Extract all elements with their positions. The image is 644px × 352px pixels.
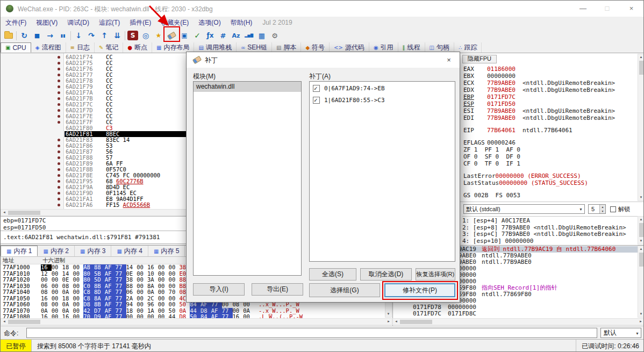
windows-icon[interactable]: ▣: [178, 30, 191, 41]
breakpoint-dot[interactable]: [58, 121, 60, 124]
breakpoint-dot[interactable]: [58, 198, 60, 200]
register-row-lasterror[interactable]: LastError00000000 (ERROR_SUCCESS): [463, 173, 615, 179]
step-over-icon[interactable]: ↷: [85, 30, 98, 41]
tab-log[interactable]: ≡日志: [66, 42, 95, 53]
menu-item-file[interactable]: 文件(F): [1, 17, 31, 28]
breakpoint-dot[interactable]: [58, 204, 60, 206]
register-row-ecx[interactable]: ECX77B9ABE0<ntdll.DbgUiRemoteBreakin>: [463, 80, 615, 87]
export-button[interactable]: 导出(E): [252, 283, 303, 296]
scroll-arrow-icon[interactable]: ▼: [638, 195, 644, 200]
scroll-arrow-icon[interactable]: ◄: [393, 319, 399, 325]
breakpoint-dot[interactable]: [58, 156, 60, 159]
favourites-icon[interactable]: ★: [152, 30, 165, 41]
scroll-thumb[interactable]: [639, 61, 643, 75]
register-row-esi[interactable]: ESI77B9ABE0<ntdll.DbgUiRemoteBreakin>: [463, 107, 615, 114]
dialog-title-bar[interactable]: 补丁 ×: [187, 52, 460, 68]
scroll-thumb[interactable]: [639, 223, 643, 237]
dump-hscroll[interactable]: ◄►: [1, 318, 392, 325]
register-row-ebx[interactable]: EBX00000000: [463, 73, 615, 80]
scroll-arrow-icon[interactable]: ▲: [638, 217, 644, 222]
breakpoint-dot[interactable]: [58, 74, 60, 76]
register-row-ebp[interactable]: EBP0171FD7C: [463, 94, 615, 100]
label-icon[interactable]: Az: [230, 30, 242, 41]
calling-convention-select[interactable]: 默认 (stdcall) ▼: [463, 204, 585, 214]
stack-vscroll[interactable]: ▲▼: [638, 246, 644, 318]
breakpoint-dot[interactable]: [58, 139, 60, 141]
tab-notes[interactable]: ✎笔记: [95, 42, 123, 53]
unlock-checkbox[interactable]: 解锁: [610, 205, 630, 213]
patch-checkbox[interactable]: [313, 97, 320, 104]
breakpoint-dot[interactable]: [58, 168, 60, 171]
scroll-thumb[interactable]: [8, 320, 40, 324]
tab-graph[interactable]: ◈流程图: [31, 42, 66, 53]
scroll-arrow-icon[interactable]: ▼: [638, 238, 644, 244]
fx-icon[interactable]: ƒx: [204, 30, 217, 41]
run-till-return-icon[interactable]: ↑: [98, 30, 111, 41]
breakpoint-dot[interactable]: [58, 174, 60, 177]
patch-file-button[interactable]: 修补文件(P): [384, 283, 455, 297]
breakpoint-dot[interactable]: [58, 186, 60, 189]
restart-icon[interactable]: ↻: [18, 30, 31, 41]
argument-count-spinner[interactable]: 5 ▲▼: [588, 204, 606, 214]
address-link[interactable]: ACD5566B: [123, 202, 151, 208]
scroll-arrow-icon[interactable]: ▲: [638, 246, 644, 252]
register-row-eflags[interactable]: EFLAGS00000246: [463, 139, 615, 146]
patch-list-item[interactable]: 0|6A7F1AD9:74->EB: [310, 83, 455, 94]
dump-tab-4[interactable]: ▦内存 4: [111, 246, 148, 256]
stack-row[interactable]: 0171FD7C0171FD8C: [393, 311, 644, 317]
breakpoint-dot[interactable]: [58, 180, 60, 183]
breakpoint-dot[interactable]: [58, 91, 60, 94]
dump-tab-1[interactable]: ▦内存 1: [1, 246, 38, 256]
scroll-arrow-icon[interactable]: ►: [385, 319, 392, 325]
scroll-arrow-icon[interactable]: ▲: [638, 54, 644, 60]
register-row-esp[interactable]: ESP0171FD50: [463, 100, 615, 107]
deselect-all-button[interactable]: 取消全选(D): [360, 268, 412, 281]
register-row-eip[interactable]: EIP77B64061ntdll.77B64061: [463, 127, 615, 134]
memory-map-icon[interactable]: ▦: [255, 30, 268, 41]
registers-vscroll[interactable]: ▲▼: [638, 54, 644, 201]
menu-item-help[interactable]: 帮助(H): [226, 17, 257, 28]
restore-selected-button[interactable]: 恢复选择项(R): [416, 268, 455, 281]
hash-icon[interactable]: #: [217, 30, 230, 41]
breakpoint-dot[interactable]: [58, 150, 60, 153]
arguments-vscroll[interactable]: ▲▼: [638, 216, 644, 245]
register-row-eax[interactable]: EAX01186000: [463, 66, 615, 73]
patch-checkbox[interactable]: [313, 85, 320, 92]
menu-item-view[interactable]: 视图(V): [31, 17, 62, 28]
breakpoint-dot[interactable]: [58, 103, 60, 106]
patch-list-item[interactable]: 1|6AD21F80:55->C3: [310, 95, 455, 105]
module-list-item[interactable]: wechatwin.dll: [194, 82, 301, 92]
dump-tab-3[interactable]: ▦内存 3: [75, 246, 111, 256]
skip-icon[interactable]: ⇊: [111, 30, 124, 41]
scroll-arrow-icon[interactable]: ►: [638, 319, 644, 325]
command-profile-select[interactable]: 默认 ▼: [600, 328, 641, 338]
stack-hscroll[interactable]: ◄►: [392, 318, 644, 325]
scyllahide-icon[interactable]: S: [127, 31, 138, 40]
breakpoint-dot[interactable]: [58, 109, 60, 112]
menu-item-trace[interactable]: 追踪(T): [94, 17, 125, 28]
stop-icon[interactable]: ■: [31, 30, 44, 41]
dialog-close-icon[interactable]: ×: [438, 52, 460, 68]
breakpoint-dot[interactable]: [58, 56, 60, 59]
graph-icon[interactable]: ▂▅▇: [242, 30, 255, 41]
check-icon[interactable]: ✓: [191, 30, 204, 41]
patch-icon[interactable]: [165, 30, 178, 41]
register-row-laststatus[interactable]: LastStatus00000000 (STATUS_SUCCESS): [463, 179, 615, 186]
scroll-thumb[interactable]: [400, 320, 432, 324]
breakpoint-dot[interactable]: [58, 62, 60, 64]
module-list[interactable]: wechatwin.dll: [193, 81, 302, 276]
scroll-arrow-icon[interactable]: ▼: [385, 311, 391, 317]
scroll-arrow-icon[interactable]: ▼: [638, 311, 644, 317]
breakpoint-dot[interactable]: [58, 145, 60, 147]
pick-groups-button[interactable]: 选择组(G): [309, 283, 380, 297]
breakpoint-dot[interactable]: [58, 80, 60, 82]
breakpoint-dot[interactable]: [58, 68, 60, 70]
patch-list[interactable]: 0|6A7F1AD9:74->EB1|6AD21F80:55->C3: [309, 81, 455, 262]
scroll-thumb[interactable]: [639, 253, 643, 267]
open-file-icon[interactable]: [2, 30, 15, 41]
breakpoint-dot[interactable]: [58, 97, 60, 100]
hide-fpu-button[interactable]: 隐藏FPU: [462, 55, 497, 63]
menu-item-options[interactable]: 选项(O): [194, 17, 225, 28]
menu-item-favourites[interactable]: 收藏夹(E): [156, 17, 194, 28]
breakpoint-dot[interactable]: [58, 85, 60, 88]
